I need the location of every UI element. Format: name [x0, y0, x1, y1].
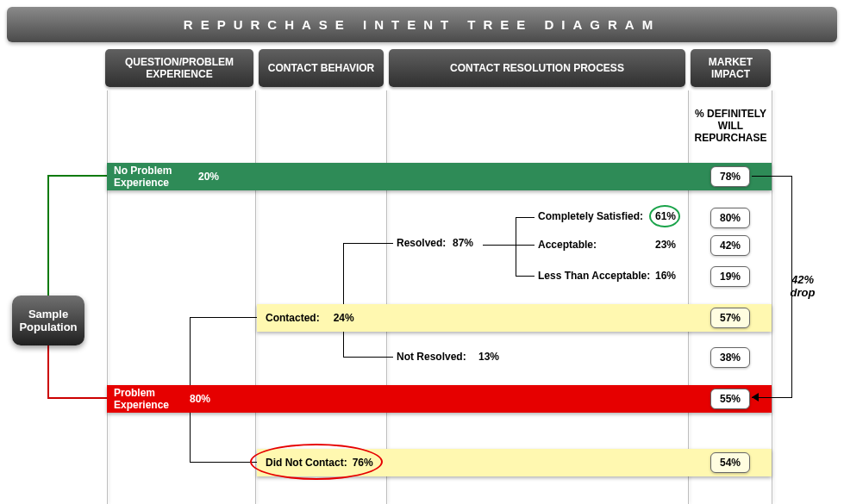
completely-satisfied-label: Completely Satisfied:: [538, 210, 643, 222]
connector: [47, 345, 49, 399]
connector: [190, 462, 257, 463]
connector: [343, 243, 393, 244]
problem-pct: 80%: [190, 393, 210, 405]
title-text: REPURCHASE INTENT TREE DIAGRAM: [184, 17, 660, 32]
acceptable-pct: 23%: [655, 239, 676, 251]
bracket-top: [752, 176, 791, 177]
arrowhead-icon: [752, 393, 759, 401]
band-no-problem: No Problem Experience 20%: [107, 163, 772, 190]
header-contact-behavior: CONTACT BEHAVIOR: [259, 49, 384, 87]
no-problem-pct: 20%: [198, 171, 219, 183]
less-than-acceptable-label: Less Than Acceptable:: [538, 270, 650, 282]
resolved-label: Resolved:: [397, 237, 446, 249]
subheader-repurchase: % DEFINITELY WILL REPURCHASE: [691, 108, 771, 144]
connector: [343, 357, 393, 358]
divider: [772, 90, 772, 504]
acceptable-label: Acceptable:: [538, 239, 597, 251]
problem-label: Problem Experience: [114, 387, 183, 411]
badge-not-resolved: 38%: [710, 347, 750, 368]
no-problem-label: No Problem Experience: [114, 165, 191, 189]
connector: [516, 217, 535, 218]
band-contacted: Contacted: 24%: [257, 304, 772, 332]
badge-did-not-contact: 54%: [710, 452, 750, 473]
header-market-impact: MARKET IMPACT: [691, 49, 771, 87]
highlight-ellipse-red: [250, 444, 383, 480]
badge-acceptable: 42%: [710, 235, 750, 256]
divider: [386, 90, 387, 504]
badge-problem: 55%: [710, 389, 750, 409]
connector: [516, 217, 516, 277]
badge-less-than-acceptable: 19%: [710, 266, 750, 287]
divider: [107, 90, 108, 504]
less-than-acceptable-pct: 16%: [655, 270, 676, 282]
highlight-circle-green: [649, 205, 680, 227]
sample-population-node: Sample Population: [12, 296, 84, 345]
connector: [190, 317, 257, 318]
badge-no-problem: 78%: [710, 166, 750, 187]
connector: [47, 397, 108, 399]
connector: [47, 175, 49, 296]
connector: [516, 245, 535, 246]
badge-completely-satisfied: 80%: [710, 208, 750, 228]
band-problem: Problem Experience 80%: [107, 385, 772, 413]
badge-contacted: 57%: [710, 308, 750, 328]
connector: [343, 332, 344, 358]
header-question-problem: QUESTION/PROBLEM EXPERIENCE: [105, 49, 253, 87]
connector: [516, 276, 535, 277]
drop-label: 42% drop: [781, 273, 824, 299]
header-contact-resolution: CONTACT RESOLUTION PROCESS: [389, 49, 685, 87]
connector: [343, 243, 344, 304]
contacted-label: Contacted:: [266, 312, 320, 324]
connector: [47, 175, 108, 177]
connector: [190, 411, 191, 463]
resolved-pct: 87%: [453, 237, 473, 249]
title-bar: REPURCHASE INTENT TREE DIAGRAM: [7, 7, 837, 42]
not-resolved-pct: 13%: [478, 351, 499, 363]
divider: [255, 90, 256, 504]
contacted-pct: 24%: [334, 312, 354, 324]
divider: [688, 90, 689, 504]
connector: [190, 317, 191, 386]
connector: [483, 245, 516, 246]
not-resolved-label: Not Resolved:: [397, 351, 466, 363]
